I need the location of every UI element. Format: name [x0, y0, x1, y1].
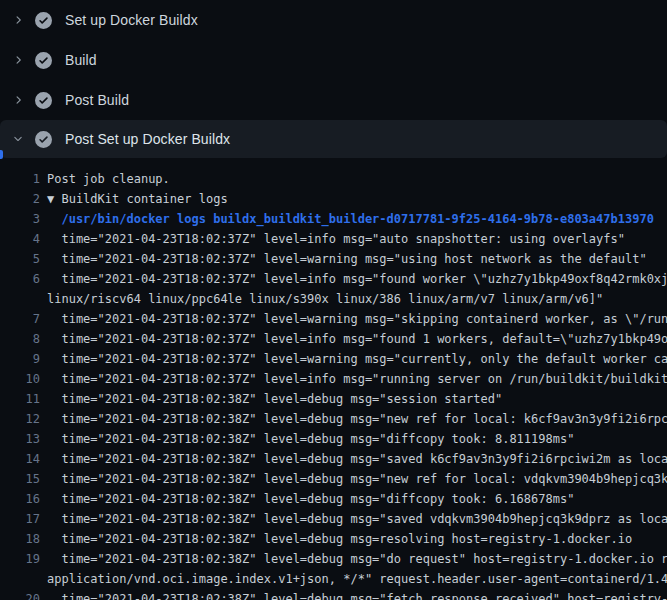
line-number[interactable]: 15: [0, 469, 40, 489]
line-number[interactable]: 19: [0, 549, 40, 569]
line-number[interactable]: 18: [0, 529, 40, 549]
log-line: 12 time="2021-04-23T18:02:38Z" level=deb…: [0, 409, 667, 429]
log-text: time="2021-04-23T18:02:37Z" level=warnin…: [47, 349, 667, 369]
line-number[interactable]: 3: [0, 209, 40, 229]
log-text: time="2021-04-23T18:02:37Z" level=info m…: [47, 229, 625, 249]
step-label: Post Set up Docker Buildx: [65, 131, 230, 147]
log-text[interactable]: ▼ BuildKit container logs: [47, 189, 228, 209]
log-text: linux/riscv64 linux/ppc64le linux/s390x …: [47, 289, 603, 309]
log-text: application/vnd.oci.image.index.v1+json,…: [47, 569, 667, 589]
steps-list: Set up Docker Buildx Build Post Build: [0, 0, 667, 158]
line-number: [0, 569, 40, 589]
log-text: Post job cleanup.: [47, 169, 170, 189]
log-text: time="2021-04-23T18:02:37Z" level=warnin…: [47, 249, 647, 269]
log-line: 7 time="2021-04-23T18:02:37Z" level=warn…: [0, 309, 667, 329]
line-number[interactable]: 8: [0, 329, 40, 349]
line-number[interactable]: 16: [0, 489, 40, 509]
line-number[interactable]: 11: [0, 389, 40, 409]
chevron-right-icon: [12, 52, 24, 68]
log-line: 1 Post job cleanup.: [0, 169, 667, 189]
step-row-post-build[interactable]: Post Build: [0, 80, 667, 120]
log-text: time="2021-04-23T18:02:38Z" level=debug …: [47, 429, 574, 449]
line-number[interactable]: 5: [0, 249, 40, 269]
log-line: 14 time="2021-04-23T18:02:38Z" level=deb…: [0, 449, 667, 469]
check-circle-icon: [35, 92, 52, 109]
line-number[interactable]: 10: [0, 369, 40, 389]
line-number[interactable]: 9: [0, 349, 40, 369]
log-line: 10 time="2021-04-23T18:02:37Z" level=inf…: [0, 369, 667, 389]
log-line: linux/riscv64 linux/ppc64le linux/s390x …: [0, 289, 667, 309]
check-circle-icon: [35, 52, 52, 69]
log-line: 15 time="2021-04-23T18:02:38Z" level=deb…: [0, 469, 667, 489]
log-line: 6 time="2021-04-23T18:02:37Z" level=info…: [0, 269, 667, 289]
step-row-build[interactable]: Build: [0, 40, 667, 80]
log-line: application/vnd.oci.image.index.v1+json,…: [0, 569, 667, 589]
log-area: 1 Post job cleanup. 2 ▼ BuildKit contain…: [0, 158, 667, 600]
log-text: time="2021-04-23T18:02:37Z" level=warnin…: [47, 309, 667, 329]
line-number[interactable]: 6: [0, 269, 40, 289]
log-line: 2 ▼ BuildKit container logs: [0, 189, 667, 209]
log-text: time="2021-04-23T18:02:37Z" level=info m…: [47, 329, 667, 349]
check-circle-icon: [35, 12, 52, 29]
step-label: Post Build: [65, 92, 129, 108]
log-line: 3 /usr/bin/docker logs buildx_buildkit_b…: [0, 209, 667, 229]
log-text: time="2021-04-23T18:02:38Z" level=debug …: [47, 409, 667, 429]
line-number: [0, 289, 40, 309]
log-line: 20 time="2021-04-23T18:02:38Z" level=deb…: [0, 589, 667, 600]
step-label: Build: [65, 52, 97, 68]
log-line: 5 time="2021-04-23T18:02:37Z" level=warn…: [0, 249, 667, 269]
log-line: 11 time="2021-04-23T18:02:38Z" level=deb…: [0, 389, 667, 409]
log-line: 18 time="2021-04-23T18:02:38Z" level=deb…: [0, 529, 667, 549]
step-row-set-up-docker-buildx[interactable]: Set up Docker Buildx: [0, 0, 667, 40]
log-text: time="2021-04-23T18:02:37Z" level=info m…: [47, 269, 667, 289]
log-text: /usr/bin/docker logs buildx_buildkit_bui…: [47, 209, 654, 229]
line-number[interactable]: 20: [0, 589, 40, 600]
log-line: 16 time="2021-04-23T18:02:38Z" level=deb…: [0, 489, 667, 509]
log-text: time="2021-04-23T18:02:38Z" level=debug …: [47, 549, 667, 569]
chevron-right-icon: [12, 92, 24, 108]
log-line: 19 time="2021-04-23T18:02:38Z" level=deb…: [0, 549, 667, 569]
log-text: time="2021-04-23T18:02:37Z" level=info m…: [47, 369, 667, 389]
log-text: time="2021-04-23T18:02:38Z" level=debug …: [47, 449, 667, 469]
log-line: 13 time="2021-04-23T18:02:38Z" level=deb…: [0, 429, 667, 449]
log-line: 8 time="2021-04-23T18:02:37Z" level=info…: [0, 329, 667, 349]
line-number[interactable]: 12: [0, 409, 40, 429]
chevron-right-icon: [12, 12, 24, 28]
line-number[interactable]: 14: [0, 449, 40, 469]
line-number[interactable]: 13: [0, 429, 40, 449]
line-number[interactable]: 17: [0, 509, 40, 529]
step-label: Set up Docker Buildx: [65, 12, 198, 28]
log-text: time="2021-04-23T18:02:38Z" level=debug …: [47, 389, 502, 409]
line-number[interactable]: 7: [0, 309, 40, 329]
log-line: 17 time="2021-04-23T18:02:38Z" level=deb…: [0, 509, 667, 529]
log-text: time="2021-04-23T18:02:38Z" level=debug …: [47, 509, 667, 529]
line-number[interactable]: 1: [0, 169, 40, 189]
log-line: 4 time="2021-04-23T18:02:37Z" level=info…: [0, 229, 667, 249]
line-number[interactable]: 4: [0, 229, 40, 249]
log-text: time="2021-04-23T18:02:38Z" level=debug …: [47, 469, 667, 489]
log-text: time="2021-04-23T18:02:38Z" level=debug …: [47, 529, 632, 549]
log-line: 9 time="2021-04-23T18:02:37Z" level=warn…: [0, 349, 667, 369]
line-number[interactable]: 2: [0, 189, 40, 209]
actions-log-panel: Set up Docker Buildx Build Post Build: [0, 0, 667, 600]
check-circle-icon: [35, 131, 52, 148]
log-text: time="2021-04-23T18:02:38Z" level=debug …: [47, 589, 667, 600]
log-text: time="2021-04-23T18:02:38Z" level=debug …: [47, 489, 574, 509]
step-row-post-set-up-docker-buildx[interactable]: Post Set up Docker Buildx: [0, 120, 667, 158]
chevron-down-icon: [12, 131, 24, 147]
